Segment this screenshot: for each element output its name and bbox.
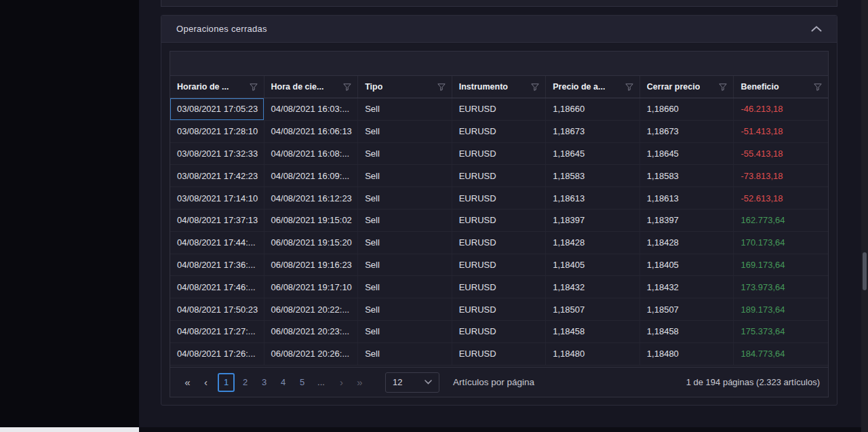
table-row[interactable]: 03/08/2021 17:28:10 04/08/2021 16:06:13 …: [170, 121, 828, 143]
column-header[interactable]: Cerrar precio: [640, 76, 734, 98]
table-row[interactable]: 04/08/2021 17:26:... 06/08/2021 20:26:..…: [170, 343, 828, 366]
cell-profit[interactable]: 173.973,64: [734, 276, 828, 298]
page-button[interactable]: 1: [218, 373, 235, 392]
page-button[interactable]: 2: [237, 373, 254, 392]
cell-open-time[interactable]: 03/08/2021 17:32:33: [170, 143, 264, 165]
cell-type[interactable]: Sell: [358, 121, 452, 142]
page-button[interactable]: 5: [294, 373, 311, 392]
column-header[interactable]: Hora de cie...: [264, 76, 359, 98]
cell-instrument[interactable]: EURUSD: [452, 143, 547, 165]
cell-open-price[interactable]: 1,18583: [546, 165, 640, 186]
cell-open-price[interactable]: 1,18673: [546, 121, 640, 142]
cell-open-price[interactable]: 1,18507: [546, 298, 640, 320]
cell-profit[interactable]: -52.613,18: [734, 187, 828, 209]
cell-instrument[interactable]: EURUSD: [452, 298, 547, 320]
cell-close-time[interactable]: 06/08/2021 19:15:20: [264, 232, 359, 254]
cell-type[interactable]: Sell: [358, 232, 452, 254]
cell-type[interactable]: Sell: [358, 143, 452, 165]
column-header[interactable]: Precio de a...: [546, 76, 640, 98]
cell-close-time[interactable]: 04/08/2021 16:03:...: [264, 98, 359, 120]
vertical-scrollbar[interactable]: [861, 0, 868, 432]
cell-type[interactable]: Sell: [358, 254, 452, 276]
cell-close-price[interactable]: 1,18397: [640, 210, 734, 231]
cell-instrument[interactable]: EURUSD: [452, 343, 547, 365]
cell-open-time[interactable]: 04/08/2021 17:50:23: [170, 298, 264, 320]
cell-type[interactable]: Sell: [358, 298, 452, 320]
cell-close-time[interactable]: 06/08/2021 20:26:...: [264, 343, 359, 365]
cell-close-price[interactable]: 1,18405: [640, 254, 734, 276]
table-row[interactable]: 03/08/2021 17:14:10 04/08/2021 16:12:23 …: [170, 187, 828, 210]
cell-open-price[interactable]: 1,18645: [546, 143, 640, 165]
filter-icon[interactable]: [437, 83, 446, 91]
cell-instrument[interactable]: EURUSD: [452, 254, 547, 276]
cell-open-time[interactable]: 04/08/2021 17:37:13: [170, 210, 264, 231]
filter-icon[interactable]: [814, 83, 822, 91]
cell-type[interactable]: Sell: [358, 187, 452, 209]
cell-close-time[interactable]: 06/08/2021 20:22:...: [264, 298, 359, 320]
cell-instrument[interactable]: EURUSD: [452, 98, 547, 120]
cell-instrument[interactable]: EURUSD: [452, 165, 547, 186]
filter-icon[interactable]: [343, 83, 351, 91]
cell-close-price[interactable]: 1,18583: [640, 165, 734, 186]
page-button[interactable]: 4: [275, 373, 292, 392]
cell-profit[interactable]: 184.773,64: [734, 343, 828, 365]
cell-instrument[interactable]: EURUSD: [452, 232, 547, 254]
cell-close-price[interactable]: 1,18480: [640, 343, 734, 365]
page-button[interactable]: 3: [256, 373, 273, 392]
cell-open-time[interactable]: 03/08/2021 17:05:23: [170, 98, 264, 120]
horizontal-scrollbar-thumb[interactable]: [0, 427, 139, 432]
cell-close-time[interactable]: 04/08/2021 16:08:...: [264, 143, 359, 165]
cell-close-time[interactable]: 04/08/2021 16:09:...: [264, 165, 359, 186]
cell-profit[interactable]: 175.373,64: [734, 321, 828, 342]
table-row[interactable]: 03/08/2021 17:05:23 04/08/2021 16:03:...…: [170, 98, 828, 121]
cell-type[interactable]: Sell: [358, 98, 452, 120]
filter-icon[interactable]: [719, 83, 727, 91]
page-button[interactable]: ...: [313, 373, 330, 392]
table-row[interactable]: 03/08/2021 17:32:33 04/08/2021 16:08:...…: [170, 143, 828, 165]
next-page-button[interactable]: ›: [332, 373, 351, 392]
cell-close-price[interactable]: 1,18645: [640, 143, 734, 165]
cell-profit[interactable]: -55.413,18: [734, 143, 828, 165]
cell-close-time[interactable]: 04/08/2021 16:06:13: [264, 121, 359, 142]
cell-profit[interactable]: 169.173,64: [734, 254, 828, 276]
table-row[interactable]: 03/08/2021 17:42:23 04/08/2021 16:09:...…: [170, 165, 828, 187]
cell-open-price[interactable]: 1,18405: [546, 254, 640, 276]
cell-close-price[interactable]: 1,18507: [640, 298, 734, 320]
cell-profit[interactable]: 162.773,64: [734, 210, 828, 231]
cell-profit[interactable]: 189.173,64: [734, 298, 828, 320]
collapse-chevron-icon[interactable]: [811, 26, 822, 32]
cell-open-time[interactable]: 04/08/2021 17:26:...: [170, 343, 264, 365]
cell-type[interactable]: Sell: [358, 276, 452, 298]
filter-icon[interactable]: [250, 83, 258, 91]
cell-open-time[interactable]: 03/08/2021 17:42:23: [170, 165, 264, 186]
table-row[interactable]: 04/08/2021 17:44:... 06/08/2021 19:15:20…: [170, 232, 828, 254]
table-row[interactable]: 04/08/2021 17:37:13 06/08/2021 19:15:02 …: [170, 210, 828, 232]
cell-open-time[interactable]: 03/08/2021 17:28:10: [170, 121, 264, 142]
cell-close-time[interactable]: 06/08/2021 19:17:10: [264, 276, 359, 298]
panel-header[interactable]: Operaciones cerradas: [161, 16, 837, 43]
table-row[interactable]: 04/08/2021 17:27:... 06/08/2021 20:23:..…: [170, 321, 828, 343]
cell-instrument[interactable]: EURUSD: [452, 210, 547, 231]
cell-instrument[interactable]: EURUSD: [452, 321, 547, 342]
cell-type[interactable]: Sell: [358, 321, 452, 342]
cell-open-price[interactable]: 1,18458: [546, 321, 640, 342]
cell-open-time[interactable]: 04/08/2021 17:36:...: [170, 254, 264, 276]
cell-profit[interactable]: 170.173,64: [734, 232, 828, 254]
cell-profit[interactable]: -46.213,18: [734, 98, 828, 120]
vertical-scrollbar-thumb[interactable]: [863, 252, 867, 290]
cell-close-price[interactable]: 1,18432: [640, 276, 734, 298]
cell-open-price[interactable]: 1,18432: [546, 276, 640, 298]
column-header[interactable]: Horario de ...: [170, 76, 264, 98]
table-row[interactable]: 04/08/2021 17:50:23 06/08/2021 20:22:...…: [170, 298, 828, 321]
cell-open-price[interactable]: 1,18428: [546, 232, 640, 254]
cell-close-price[interactable]: 1,18660: [640, 98, 734, 120]
filter-icon[interactable]: [531, 83, 539, 91]
cell-open-time[interactable]: 04/08/2021 17:27:...: [170, 321, 264, 342]
cell-type[interactable]: Sell: [358, 210, 452, 231]
cell-instrument[interactable]: EURUSD: [452, 121, 547, 142]
cell-open-price[interactable]: 1,18660: [546, 98, 640, 120]
cell-open-time[interactable]: 03/08/2021 17:14:10: [170, 187, 264, 209]
last-page-button[interactable]: »: [351, 373, 369, 392]
cell-close-price[interactable]: 1,18458: [640, 321, 734, 342]
first-page-button[interactable]: «: [178, 373, 197, 392]
